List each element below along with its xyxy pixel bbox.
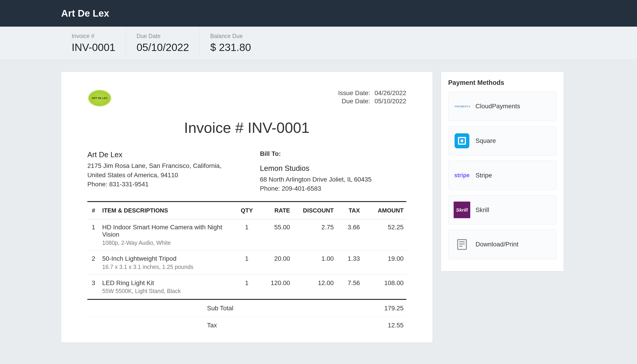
col-rate: RATE	[258, 202, 293, 219]
cell-rate: 120.00	[258, 275, 293, 300]
col-qty: QTY	[236, 202, 258, 219]
cell-discount: 12.00	[292, 275, 336, 300]
subtotal-label: Sub Total	[203, 304, 351, 312]
bill-to-name: Lemon Studios	[260, 163, 406, 174]
payment-method-label: Download/Print	[476, 241, 518, 248]
meta-invoice-value: INV-0001	[72, 41, 115, 54]
subtotal-value: 179.25	[351, 304, 404, 312]
payment-method-label: Square	[476, 137, 496, 144]
print-icon	[454, 236, 470, 253]
cell-idx: 1	[87, 219, 100, 251]
from-phone: Phone: 831-331-9541	[87, 180, 234, 189]
payment-methods-panel: Payment Methods PAYMENTS CloudPayments S…	[441, 72, 564, 271]
cell-discount: 1.00	[292, 251, 336, 275]
meta-due-date: Due Date 05/10/2022	[126, 26, 200, 60]
col-amount: AMOUNT	[363, 202, 406, 219]
table-row: 250-Inch Lightweight Tripod16.7 x 3.1 x …	[87, 251, 406, 275]
invoice-document: ART DE LEX Issue Date: 04/26/2022 Due Da…	[61, 72, 432, 342]
payment-methods-title: Payment Methods	[448, 79, 556, 86]
payment-method-stripe[interactable]: stripe Stripe	[448, 160, 556, 190]
payment-method-skrill[interactable]: Skrill Skrill	[448, 195, 556, 224]
cell-idx: 2	[87, 251, 100, 275]
payment-method-cloudpayments[interactable]: PAYMENTS CloudPayments	[448, 92, 556, 121]
bill-to-label: Bill To:	[260, 149, 406, 158]
cell-item: 50-Inch Lightweight Tripod16.7 x 3.1 x 3…	[100, 251, 236, 275]
cell-item: LED Ring Light Kit55W 5500K, Light Stand…	[100, 275, 236, 300]
payment-method-label: Skrill	[476, 206, 489, 214]
invoice-title: Invoice # INV-0001	[87, 119, 406, 136]
meta-invoice-number: Invoice # INV-0001	[61, 26, 126, 60]
from-address: Art De Lex 2175 Jim Rosa Lane, San Franc…	[87, 149, 234, 193]
cell-qty: 1	[236, 275, 258, 300]
tax-label: Tax	[203, 322, 351, 329]
from-address-text: 2175 Jim Rosa Lane, San Francisco, Calif…	[87, 161, 234, 180]
cell-qty: 1	[236, 219, 258, 251]
download-print-button[interactable]: Download/Print	[448, 230, 556, 259]
cell-amount: 52.25	[363, 219, 406, 251]
cell-tax: 7.56	[336, 275, 362, 300]
item-description: 55W 5500K, Light Stand, Black	[102, 288, 233, 294]
brand-name: Art De Lex	[0, 8, 637, 19]
payment-method-square[interactable]: Square	[448, 126, 556, 156]
meta-invoice-label: Invoice #	[72, 33, 115, 39]
stripe-icon: stripe	[454, 167, 470, 184]
line-items-table: # ITEM & DESCRIPTIONS QTY RATE DISCOUNT …	[87, 201, 406, 300]
issue-date-value: 04/26/2022	[374, 90, 406, 96]
skrill-icon: Skrill	[454, 202, 470, 218]
item-description: 16.7 x 3.1 x 3.1 inches, 1.25 pounds	[102, 264, 233, 270]
bill-to-address-text: 68 North Arlington Drive Joliet, IL 6043…	[260, 175, 406, 184]
cell-rate: 55.00	[258, 219, 293, 251]
invoice-dates: Issue Date: 04/26/2022 Due Date: 05/10/2…	[333, 90, 406, 106]
cell-rate: 20.00	[258, 251, 293, 275]
cell-tax: 1.33	[336, 251, 362, 275]
payment-method-label: Stripe	[476, 172, 492, 179]
issue-date-label: Issue Date:	[333, 90, 370, 97]
due-date-label: Due Date:	[333, 98, 370, 105]
meta-balance-due: Balance Due $ 231.80	[200, 26, 262, 60]
table-row: 1HD Indoor Smart Home Camera with Night …	[87, 219, 406, 251]
meta-balance-value: $ 231.80	[210, 41, 251, 54]
square-icon	[454, 133, 470, 149]
table-row: 3LED Ring Light Kit55W 5500K, Light Stan…	[87, 275, 406, 300]
cell-idx: 3	[87, 275, 100, 300]
cell-amount: 108.00	[363, 275, 406, 300]
cell-qty: 1	[236, 251, 258, 275]
company-logo: ART DE LEX	[87, 90, 112, 107]
bill-to-address: Bill To: Lemon Studios 68 North Arlingto…	[260, 149, 406, 193]
cloudpayments-icon: PAYMENTS	[454, 98, 470, 115]
cell-tax: 3.66	[336, 219, 362, 251]
meta-due-label: Due Date	[136, 33, 189, 39]
invoice-totals: Sub Total 179.25 Tax 12.55	[87, 300, 406, 334]
cell-discount: 2.75	[292, 219, 336, 251]
svg-rect-0	[458, 240, 466, 249]
meta-balance-label: Balance Due	[210, 33, 251, 39]
col-discount: DISCOUNT	[292, 202, 336, 219]
app-header: Art De Lex	[0, 0, 637, 26]
cell-amount: 19.00	[363, 251, 406, 275]
due-date-value: 05/10/2022	[374, 98, 406, 105]
item-description: 1080p, 2-Way Audio, White	[102, 240, 233, 246]
meta-due-value: 05/10/2022	[136, 41, 189, 54]
from-name: Art De Lex	[87, 149, 234, 160]
payment-method-label: CloudPayments	[476, 102, 520, 110]
col-idx: #	[87, 202, 100, 219]
tax-value: 12.55	[351, 322, 404, 329]
cell-item: HD Indoor Smart Home Camera with Night V…	[100, 219, 236, 251]
col-item: ITEM & DESCRIPTIONS	[100, 202, 236, 219]
bill-to-phone: Phone: 209-401-6583	[260, 184, 406, 193]
invoice-meta-bar: Invoice # INV-0001 Due Date 05/10/2022 B…	[0, 26, 637, 60]
col-tax: TAX	[336, 202, 362, 219]
